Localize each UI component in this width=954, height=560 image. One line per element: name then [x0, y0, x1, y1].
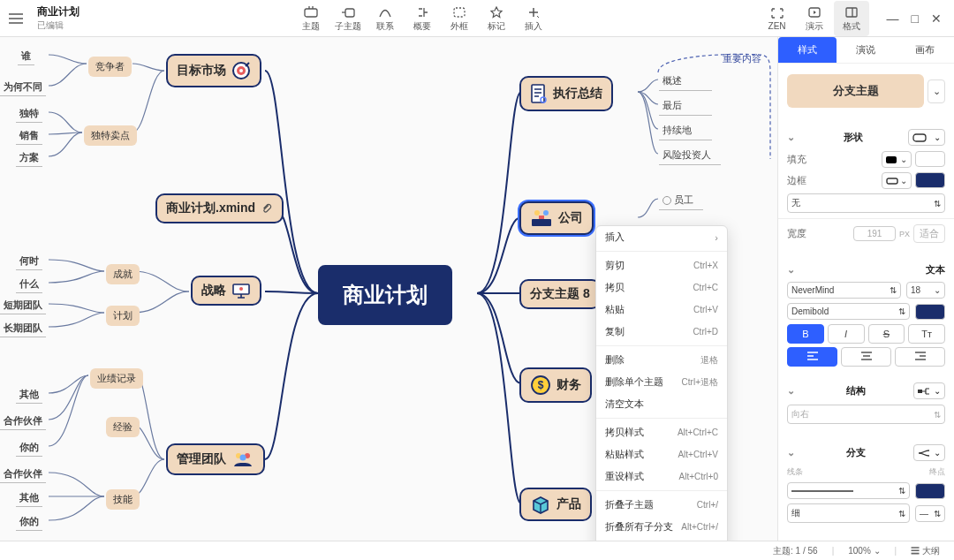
- leaf-your2[interactable]: 你的: [16, 513, 42, 531]
- border-mode-select[interactable]: ⌄: [882, 172, 912, 189]
- ctx-copy-style[interactable]: 拷贝样式Alt+Ctrl+C: [596, 421, 727, 443]
- structure-type-select[interactable]: ⌄: [913, 382, 945, 399]
- font-select[interactable]: NeverMind⇅: [787, 282, 901, 299]
- font-weight-select[interactable]: Demibold⇅: [787, 303, 910, 320]
- mindmap-canvas[interactable]: 商业计划 目标市场 商业计划.xmind 战略 管理团队 竞争者 独特卖点 谁 …: [0, 37, 777, 541]
- node-competitor[interactable]: 竞争者: [88, 57, 132, 77]
- tool-relation[interactable]: 联系: [367, 1, 403, 36]
- node-target-market[interactable]: 目标市场: [166, 54, 261, 87]
- leaf-sales[interactable]: 销售: [16, 127, 42, 145]
- tool-subtopic[interactable]: 子主题: [330, 1, 366, 36]
- chip-investor[interactable]: 风险投资人: [659, 147, 721, 165]
- tool-format[interactable]: 格式: [834, 1, 869, 36]
- ctx-paste[interactable]: 粘贴Ctrl+V: [596, 299, 727, 321]
- chip-sustain[interactable]: 持续地: [659, 122, 712, 140]
- branch-shape-select[interactable]: ⌄: [913, 444, 945, 461]
- leaf-when[interactable]: 何时: [16, 253, 42, 270]
- tool-summary[interactable]: 概要: [405, 1, 440, 36]
- node-file-xmind[interactable]: 商业计划.xmind: [155, 193, 284, 223]
- ctx-reset-style[interactable]: 重设样式Alt+Ctrl+0: [596, 465, 727, 488]
- section-shape[interactable]: 形状 ⌄: [787, 129, 945, 146]
- callout-important[interactable]: 重要内容: [723, 52, 761, 65]
- tool-present[interactable]: 演示: [797, 1, 832, 36]
- ctx-paste-style[interactable]: 粘贴样式Alt+Ctrl+V: [596, 443, 727, 465]
- tool-insert[interactable]: 插入: [516, 1, 551, 36]
- ctx-delete[interactable]: 删除退格: [596, 349, 727, 371]
- ctx-fold[interactable]: 折叠子主题Ctrl+/: [596, 494, 727, 516]
- width-input[interactable]: 191: [853, 226, 896, 241]
- ctx-duplicate[interactable]: 复制Ctrl+D: [596, 321, 727, 343]
- italic-button[interactable]: I: [828, 324, 865, 344]
- line-thickness-select[interactable]: 细⇅: [787, 503, 910, 523]
- text-color-swatch[interactable]: [915, 304, 945, 320]
- leaf-partner1[interactable]: 合作伙伴: [0, 412, 46, 430]
- ctx-cut[interactable]: 剪切Ctrl+X: [596, 254, 727, 276]
- node-plan2[interactable]: 计划: [106, 306, 140, 326]
- zoom-control[interactable]: 100% ⌄: [848, 546, 880, 556]
- node-team[interactable]: 管理团队: [166, 443, 265, 475]
- leaf-your1[interactable]: 你的: [16, 439, 42, 457]
- tool-boundary[interactable]: 外框: [442, 1, 477, 36]
- case-button[interactable]: Tт: [908, 324, 945, 344]
- leaf-other2[interactable]: 其他: [16, 489, 42, 507]
- node-exp[interactable]: 经验: [106, 417, 140, 437]
- tool-zen[interactable]: ZEN: [760, 1, 795, 36]
- section-text[interactable]: 文本: [787, 263, 945, 276]
- bold-button[interactable]: B: [787, 324, 824, 344]
- node-record[interactable]: 业绩记录: [90, 368, 143, 389]
- ctx-fold-all[interactable]: 折叠所有子分支Alt+Ctrl+/: [596, 516, 727, 538]
- leaf-shortteam[interactable]: 短期团队: [0, 297, 46, 314]
- line-color-swatch[interactable]: [915, 483, 945, 499]
- leaf-what[interactable]: 什么: [16, 276, 42, 293]
- border-color-swatch[interactable]: [915, 172, 945, 188]
- line-style-select[interactable]: 无⇅: [787, 193, 945, 213]
- leaf-whydiff[interactable]: 为何不同: [0, 79, 46, 96]
- leaf-plan[interactable]: 方案: [16, 149, 42, 167]
- tab-canvas[interactable]: 画布: [896, 37, 954, 63]
- strike-button[interactable]: S: [868, 324, 905, 344]
- leaf-other1[interactable]: 其他: [16, 386, 42, 404]
- style-preset-dropdown[interactable]: ⌄: [928, 79, 945, 103]
- leaf-unique[interactable]: 独特: [16, 105, 42, 123]
- ctx-clear-text[interactable]: 清空文本: [596, 393, 727, 415]
- leaf-who[interactable]: 谁: [18, 48, 34, 65]
- section-branch[interactable]: 分支 ⌄: [787, 444, 945, 461]
- node-skill[interactable]: 技能: [106, 489, 140, 510]
- align-left-button[interactable]: [787, 347, 837, 367]
- node-achieve[interactable]: 成就: [106, 264, 140, 284]
- hamburger-button[interactable]: [0, 0, 32, 37]
- tool-marker[interactable]: 标记: [479, 1, 514, 36]
- minimize-button[interactable]: —: [887, 11, 899, 26]
- shape-type-select[interactable]: ⌄: [908, 129, 945, 146]
- ctx-delete-single[interactable]: 删除单个主题Ctrl+退格: [596, 371, 727, 393]
- maximize-button[interactable]: □: [912, 11, 919, 26]
- leaf-longteam[interactable]: 长期团队: [0, 320, 46, 337]
- leaf-partner2[interactable]: 合作伙伴: [0, 465, 46, 483]
- node-exec-summary[interactable]: 执行总结: [519, 76, 613, 111]
- node-branch8[interactable]: 分支主题 8: [519, 279, 601, 309]
- tab-pitch[interactable]: 演说: [837, 37, 895, 63]
- node-root[interactable]: 商业计划: [318, 265, 452, 325]
- line-pattern-select[interactable]: ⇅: [787, 482, 910, 499]
- line-end-select[interactable]: —⇅: [915, 505, 945, 522]
- section-structure[interactable]: 结构 ⌄: [787, 382, 945, 399]
- style-preset-button[interactable]: 分支主题: [787, 74, 924, 108]
- ctx-copy[interactable]: 拷贝Ctrl+C: [596, 276, 727, 299]
- outline-toggle[interactable]: ☰ 大纲: [911, 545, 940, 557]
- fill-mode-select[interactable]: ⌄: [882, 151, 912, 168]
- fit-button[interactable]: 适合: [913, 224, 945, 243]
- tool-topic[interactable]: 主题: [293, 1, 329, 36]
- close-button[interactable]: ✕: [931, 11, 942, 26]
- tab-style[interactable]: 样式: [778, 37, 837, 63]
- node-company[interactable]: 公司: [519, 201, 594, 235]
- struct-direction-select[interactable]: 向右⇅: [787, 405, 945, 424]
- align-right-button[interactable]: [895, 347, 945, 367]
- ctx-insert[interactable]: 插入: [596, 226, 727, 248]
- fill-color-swatch[interactable]: [915, 151, 945, 167]
- chip-final[interactable]: 最后: [659, 97, 712, 116]
- chip-employee[interactable]: 员工: [659, 192, 703, 210]
- node-product[interactable]: 产品: [519, 488, 592, 521]
- node-usp[interactable]: 独特卖点: [84, 125, 137, 146]
- align-center-button[interactable]: [841, 347, 891, 367]
- font-size-select[interactable]: 18⌄: [906, 282, 945, 299]
